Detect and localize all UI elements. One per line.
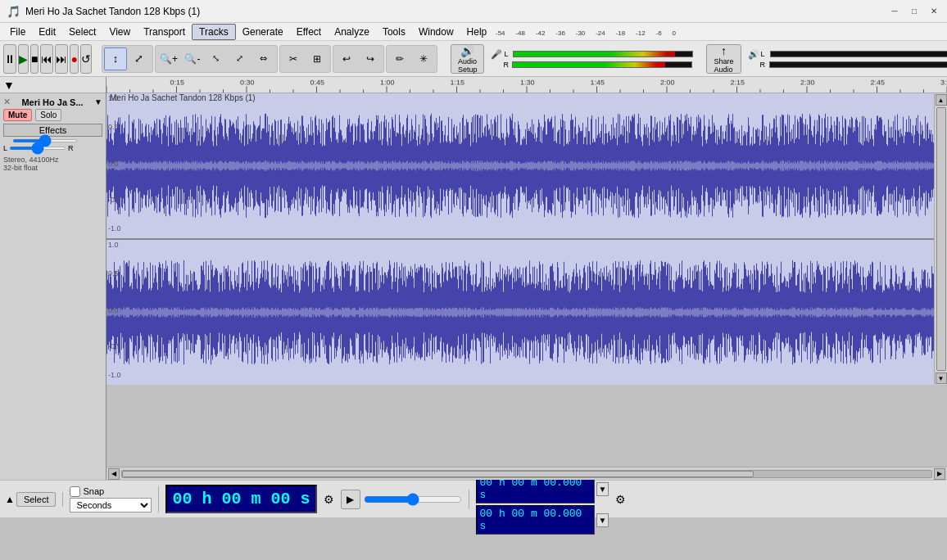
- vu-scale-label: -54: [496, 29, 505, 37]
- scroll-right-button[interactable]: ▶: [934, 468, 945, 480]
- vu-l-label: L: [504, 50, 512, 58]
- silence-button[interactable]: ⊞: [306, 47, 329, 70]
- menu-file[interactable]: File: [3, 25, 32, 39]
- envelope-tool-button[interactable]: ⤢: [128, 47, 151, 70]
- h-scroll-thumb[interactable]: [122, 471, 754, 477]
- sel-dropdown-2[interactable]: ▼: [596, 513, 609, 527]
- draw-tool-button[interactable]: ✏: [388, 47, 411, 70]
- track-name-label: Meri Ho Ja S...: [21, 97, 83, 107]
- vu-scale-label: -36: [555, 29, 565, 37]
- trim-button[interactable]: ✂: [282, 47, 305, 70]
- play-button[interactable]: ▶: [18, 44, 29, 74]
- waveform-title-label: Meri Ho Ja Sachet Tandon 128 Kbps (1): [108, 93, 257, 102]
- loop-icon: ↺: [81, 52, 91, 65]
- scroll-thumb-v[interactable]: [936, 107, 946, 371]
- vu-scale-label: -42: [536, 29, 546, 37]
- share-audio-label: Share Audio: [714, 57, 733, 74]
- skip-end-button[interactable]: ⏭: [55, 44, 68, 74]
- track-close-icon[interactable]: ✕: [3, 97, 11, 107]
- pause-button[interactable]: ⏸: [3, 44, 16, 74]
- toolbar-area: ⏸ ▶ ■ ⏮ ⏭ ● ↺ ↕ ⤢ 🔍+ 🔍- ⤡ ⤢: [0, 41, 947, 77]
- scroll-left-button[interactable]: ◀: [108, 468, 120, 480]
- minimize-button[interactable]: ─: [888, 5, 901, 18]
- skip-start-button[interactable]: ⏮: [40, 44, 53, 74]
- sel-time-row-2: 00 h 00 m 00.000 s ▼: [476, 505, 609, 535]
- multi-tool-button[interactable]: ✳: [412, 47, 435, 70]
- menu-tracks[interactable]: Tracks: [192, 24, 236, 40]
- sel-dropdown-1[interactable]: ▼: [596, 482, 609, 496]
- expand-icon[interactable]: ▲: [5, 494, 15, 505]
- track-sample-rate: Stereo, 44100Hz: [3, 156, 102, 164]
- zoom-out-button[interactable]: 🔍-: [181, 47, 204, 70]
- select-button[interactable]: Select: [16, 492, 57, 507]
- zoom-fit-button[interactable]: ⤡: [205, 47, 228, 70]
- scroll-up-button[interactable]: ▲: [936, 94, 947, 106]
- menu-window[interactable]: Window: [412, 25, 460, 39]
- time-settings-button[interactable]: ⚙: [324, 493, 334, 506]
- menu-edit[interactable]: Edit: [32, 25, 62, 39]
- speed-slider[interactable]: [364, 493, 462, 506]
- mute-button[interactable]: Mute: [3, 109, 32, 121]
- tool-group-3: ✂ ⊞: [279, 45, 331, 73]
- silence-icon: ⊞: [313, 53, 321, 65]
- menu-select[interactable]: Select: [62, 25, 102, 39]
- draw-tool-icon: ✏: [396, 53, 404, 65]
- pan-slider[interactable]: [9, 147, 66, 150]
- loop-button[interactable]: ↺: [80, 44, 92, 74]
- vu-scale-label: -24: [596, 29, 605, 37]
- vu-l-fill: [514, 52, 674, 56]
- snap-checkbox[interactable]: [70, 486, 80, 497]
- menu-effect[interactable]: Effect: [290, 25, 328, 39]
- zoom-toggle-button[interactable]: ⇔: [252, 47, 275, 70]
- left-panel: ▼ ✕ Meri Ho Ja S... ▼ Mute Solo Effects: [0, 77, 106, 480]
- vu-scale-label: -18: [616, 29, 626, 37]
- tool-group-1: ↕ ⤢: [102, 45, 153, 73]
- play-speed-button[interactable]: ▶: [341, 490, 360, 509]
- maximize-button[interactable]: □: [908, 5, 921, 18]
- zoom-fit-icon: ⤡: [212, 53, 220, 64]
- waveform-area[interactable]: Meri Ho Ja Sachet Tandon 128 Kbps (1) ▲ …: [106, 93, 947, 385]
- menu-help[interactable]: Help: [460, 25, 494, 39]
- app-icon: 🎵: [7, 5, 20, 18]
- menu-transport[interactable]: Transport: [137, 25, 192, 39]
- solo-button[interactable]: Solo: [35, 109, 61, 121]
- redo-button[interactable]: ↪: [359, 47, 382, 70]
- snap-label: Snap: [83, 486, 104, 496]
- zoom-toggle-icon: ⇔: [260, 53, 267, 64]
- menu-tools[interactable]: Tools: [376, 25, 412, 39]
- menu-generate[interactable]: Generate: [236, 25, 290, 39]
- vu-out-l-bar: [770, 51, 948, 57]
- vu-scale-labels: -54 -48 -42 -36 -30 -24 -18 -12 -6 0: [496, 29, 676, 37]
- down-arrow-icon[interactable]: ▼: [3, 79, 15, 92]
- select-area: ▲ Select: [5, 492, 63, 507]
- zoom-sel-icon: ⤢: [236, 53, 243, 64]
- mute-solo-row: Mute Solo: [3, 109, 102, 121]
- vertical-scrollbar[interactable]: ▲ ▼: [934, 93, 947, 385]
- selection-tool-button[interactable]: ↕: [104, 47, 127, 70]
- menu-view[interactable]: View: [102, 25, 137, 39]
- close-button[interactable]: ✕: [927, 5, 940, 18]
- audio-section: 🔊 Audio Setup 🎤 L R: [451, 44, 947, 74]
- audio-setup-button[interactable]: 🔊 Audio Setup: [451, 44, 485, 74]
- vu-scale-label: -48: [515, 29, 525, 37]
- scroll-down-button[interactable]: ▼: [936, 373, 947, 384]
- waveform-bottom-canvas: [106, 240, 934, 385]
- sel-settings-button[interactable]: ⚙: [615, 493, 626, 506]
- selection-tool-icon: ↕: [113, 52, 119, 65]
- h-scrollbar: ◀ ▶: [106, 467, 947, 480]
- stop-button[interactable]: ■: [30, 44, 39, 74]
- tool-group-2: 🔍+ 🔍- ⤡ ⤢ ⇔: [155, 45, 278, 73]
- share-audio-button[interactable]: ↑ Share Audio: [706, 44, 741, 74]
- seconds-select[interactable]: Seconds Beats Samples: [70, 498, 152, 513]
- zoom-in-button[interactable]: 🔍+: [157, 47, 180, 70]
- undo-button[interactable]: ↩: [335, 47, 358, 70]
- menu-analyze[interactable]: Analyze: [328, 25, 376, 39]
- vu-output-icon: 🔊: [748, 49, 759, 60]
- r-label: R: [68, 144, 74, 152]
- track-name-row: ✕ Meri Ho Ja S... ▼: [3, 97, 102, 107]
- track-collapse-icon[interactable]: ▼: [94, 97, 102, 106]
- record-button[interactable]: ●: [70, 44, 78, 74]
- zoom-sel-button[interactable]: ⤢: [229, 47, 251, 70]
- audio-setup-label: Audio Setup: [458, 57, 478, 74]
- undo-icon: ↩: [342, 53, 351, 65]
